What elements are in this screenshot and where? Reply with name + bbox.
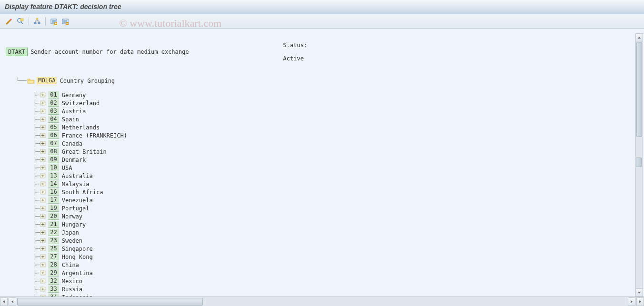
country-code: 06 [48,132,59,139]
status-value: Active [283,55,303,62]
expand-icon[interactable] [40,117,47,122]
country-node[interactable]: ├─10USA [4,164,635,172]
magnify-detail-icon [17,18,24,25]
country-node[interactable]: ├─17Venezuela [4,196,635,204]
expand-icon[interactable] [40,230,47,236]
toolbar-separator [29,17,29,26]
country-node[interactable]: ├─21Hungary [4,220,635,228]
expand-icon[interactable] [40,141,47,147]
chevron-left-icon [10,300,14,304]
country-node[interactable]: ├─32Mexico [4,277,635,285]
country-node[interactable]: ├─02Switzerland [4,99,635,107]
country-node[interactable]: ├─25Singapore [4,245,635,253]
expand-icon[interactable] [40,222,47,227]
country-node[interactable]: ├─34Indonesia [4,293,635,296]
expand-icon[interactable] [40,254,47,260]
scroll-thumb-vertical[interactable] [636,42,642,137]
scroll-up-button[interactable] [636,34,643,41]
expand-icon[interactable] [40,270,47,276]
expand-icon[interactable] [40,173,47,179]
chevron-down-icon [637,291,641,295]
country-code: 22 [48,229,59,236]
country-node[interactable]: ├─08Great Britain [4,148,635,156]
expand-icon[interactable] [40,92,47,98]
vertical-scrollbar[interactable] [635,33,643,296]
scroll-left-button-2[interactable] [9,297,16,306]
scroll-grip[interactable] [636,158,642,167]
country-name: South Africa [62,189,103,196]
detail-view-button[interactable] [15,16,26,27]
expand-icon[interactable] [40,246,47,252]
country-node[interactable]: ├─33Russia [4,285,635,293]
country-code: 02 [48,99,59,107]
tree-connector: ├─ [6,148,40,155]
country-node[interactable]: ├─19Portugal [4,204,635,212]
country-code: 16 [48,188,59,196]
tree-connector: ├─ [6,173,40,179]
expand-subtree-button[interactable] [49,16,59,27]
country-node[interactable]: ├─07Canada [4,139,635,148]
toolbar-separator [45,17,46,26]
country-node[interactable]: ├─28China [4,261,635,269]
country-node[interactable]: ├─27Hong Kong [4,253,635,261]
country-node[interactable]: ├─09Denmark [4,156,635,164]
country-name: Mexico [62,278,82,285]
country-code: 14 [48,180,59,188]
scroll-track-horizontal[interactable] [16,297,628,306]
expand-icon[interactable] [40,189,47,195]
hierarchy-button[interactable] [32,16,42,27]
expand-icon[interactable] [40,125,47,130]
expand-icon[interactable] [40,206,47,211]
scroll-thumb-horizontal[interactable] [17,298,203,306]
expand-icon[interactable] [40,133,47,138]
expand-icon[interactable] [40,149,47,155]
decision-tree-panel: DTAKT Sender account number for data med… [4,33,635,296]
scroll-left-button[interactable] [0,297,8,306]
expand-icon[interactable] [40,109,47,114]
scroll-right-button[interactable] [628,297,635,306]
country-node[interactable]: ├─01Germany [4,91,635,99]
country-code: 13 [48,172,59,179]
expand-icon[interactable] [40,278,47,284]
country-node[interactable]: ├─05Netherlands [4,123,635,131]
expand-icon[interactable] [40,286,47,292]
expand-icon[interactable] [40,262,47,268]
page-title: Display feature DTAKT: decision tree [5,3,121,10]
toolbar [0,14,644,29]
toggle-edit-button[interactable] [4,16,14,27]
expand-icon[interactable] [40,197,47,203]
country-node[interactable]: ├─06France (FRANKREICH) [4,131,635,139]
tree-root[interactable]: DTAKT Sender account number for data med… [4,33,635,70]
country-node[interactable]: ├─22Japan [4,228,635,237]
country-node[interactable]: ├─04Spain [4,115,635,123]
horizontal-scrollbar[interactable] [0,296,644,306]
tree-connector: ├─ [6,221,40,228]
country-node[interactable]: ├─29Argentina [4,269,635,277]
tree-connector: ├─ [6,270,40,276]
country-node[interactable]: ├─13Australia [4,172,635,180]
scroll-right-button-2[interactable] [636,297,644,306]
scroll-down-button[interactable] [636,288,643,296]
tree-connector: ├─ [6,124,40,131]
country-code: 33 [48,286,59,293]
country-node[interactable]: ├─03Austria [4,107,635,115]
collapse-subtree-button[interactable] [60,16,70,27]
country-node[interactable]: ├─14Malaysia [4,180,635,188]
country-name: Germany [62,92,86,99]
expand-icon[interactable] [40,238,47,244]
group-node[interactable]: └── MOLGA Country Grouping [4,76,635,85]
tree-connector: ├─ [6,205,40,212]
country-node[interactable]: ├─16South Africa [4,188,635,196]
tree-connector: ├─ [6,278,40,285]
country-node[interactable]: ├─23Sweden [4,237,635,245]
expand-icon[interactable] [40,100,47,106]
tree-connector: ├─ [6,92,40,99]
country-code: 28 [48,261,59,268]
tree-connector: └── [6,78,26,84]
expand-icon[interactable] [40,165,47,171]
expand-icon[interactable] [40,181,47,187]
expand-icon[interactable] [40,157,47,163]
country-node[interactable]: ├─20Norway [4,212,635,220]
collapse-subtree-icon [61,18,69,25]
expand-icon[interactable] [40,214,47,219]
